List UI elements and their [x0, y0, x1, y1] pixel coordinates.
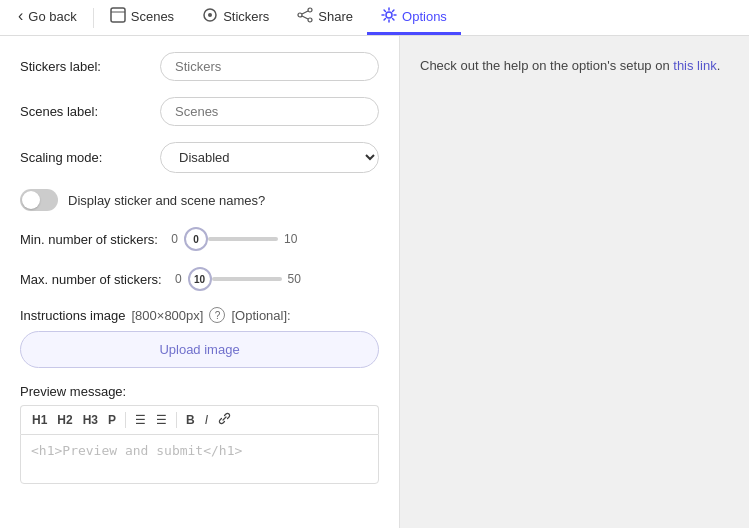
max-stickers-label: Max. number of stickers: [20, 272, 162, 287]
tab-options[interactable]: Options [367, 0, 461, 35]
svg-line-7 [302, 11, 308, 14]
svg-point-5 [308, 8, 312, 12]
toolbar-h2[interactable]: H2 [54, 411, 75, 429]
toolbar-italic[interactable]: I [202, 411, 211, 429]
scaling-mode-row: Scaling mode: Disabled Fit Fill Stretch [20, 142, 379, 173]
left-panel: Stickers label: Scenes label: Scaling mo… [0, 36, 400, 528]
min-stickers-min: 0 [166, 232, 178, 246]
help-text: Check out the help on the option's setup… [420, 56, 729, 76]
scenes-field-label: Scenes label: [20, 104, 160, 119]
preview-message-label: Preview message: [20, 384, 379, 399]
upload-image-button[interactable]: Upload image [20, 331, 379, 368]
tab-stickers[interactable]: Stickers [188, 0, 283, 35]
help-icon-text: ? [215, 310, 221, 321]
max-stickers-track[interactable] [212, 277, 282, 281]
instructions-size: [800×800px] [132, 308, 204, 323]
help-icon[interactable]: ? [209, 307, 225, 323]
preview-editor[interactable]: <h1>Preview and submit</h1> [20, 434, 379, 484]
scaling-select[interactable]: Disabled Fit Fill Stretch [160, 142, 379, 173]
options-label: Options [402, 9, 447, 24]
toolbar-h1[interactable]: H1 [29, 411, 50, 429]
top-navigation: ‹ Go back Scenes Stickers [0, 0, 749, 36]
svg-rect-0 [111, 8, 125, 22]
toolbar-p[interactable]: P [105, 411, 119, 429]
help-text-suffix: . [717, 58, 721, 73]
min-stickers-label: Min. number of stickers: [20, 232, 158, 247]
toolbar-h3[interactable]: H3 [80, 411, 101, 429]
min-stickers-max: 10 [284, 232, 297, 246]
svg-point-6 [308, 18, 312, 22]
share-icon [297, 7, 313, 26]
tab-share[interactable]: Share [283, 0, 367, 35]
stickers-label: Stickers [223, 9, 269, 24]
tab-scenes[interactable]: Scenes [96, 0, 188, 35]
help-link[interactable]: this link [673, 58, 716, 73]
go-back-label: Go back [28, 9, 76, 24]
go-back-button[interactable]: ‹ Go back [4, 0, 91, 35]
editor-placeholder: <h1>Preview and submit</h1> [31, 443, 242, 458]
max-stickers-row: Max. number of stickers: 0 10 50 [20, 267, 379, 291]
toggle-label: Display sticker and scene names? [68, 193, 265, 208]
scenes-input[interactable] [160, 97, 379, 126]
max-stickers-max: 50 [288, 272, 301, 286]
editor-toolbar: H1 H2 H3 P ☰ ☰ B I [20, 405, 379, 434]
share-label: Share [318, 9, 353, 24]
toolbar-sep-2 [176, 412, 177, 428]
svg-point-4 [298, 13, 302, 17]
optional-label: [Optional]: [231, 308, 290, 323]
stickers-label-row: Stickers label: [20, 52, 379, 81]
max-stickers-thumb[interactable]: 10 [188, 267, 212, 291]
min-stickers-track[interactable] [208, 237, 278, 241]
toolbar-link[interactable] [215, 410, 234, 430]
scenes-icon [110, 7, 126, 26]
display-names-toggle[interactable] [20, 189, 58, 211]
toolbar-unordered-list[interactable]: ☰ [132, 411, 149, 429]
toggle-row: Display sticker and scene names? [20, 189, 379, 211]
stickers-icon [202, 7, 218, 26]
stickers-input[interactable] [160, 52, 379, 81]
instructions-row: Instructions image [800×800px] ? [Option… [20, 307, 379, 323]
svg-line-8 [302, 16, 308, 19]
svg-point-9 [386, 12, 392, 18]
instructions-label: Instructions image [20, 308, 126, 323]
right-panel: Check out the help on the option's setup… [400, 36, 749, 528]
min-stickers-row: Min. number of stickers: 0 0 10 [20, 227, 379, 251]
scenes-label-row: Scenes label: [20, 97, 379, 126]
max-stickers-min: 0 [170, 272, 182, 286]
svg-point-3 [208, 13, 212, 17]
scenes-label: Scenes [131, 9, 174, 24]
min-stickers-slider-container: 0 [184, 227, 278, 251]
main-layout: Stickers label: Scenes label: Scaling mo… [0, 36, 749, 528]
toolbar-bold[interactable]: B [183, 411, 198, 429]
options-icon [381, 7, 397, 26]
toolbar-sep-1 [125, 412, 126, 428]
back-icon: ‹ [18, 7, 23, 25]
scaling-field-label: Scaling mode: [20, 150, 160, 165]
min-stickers-thumb[interactable]: 0 [184, 227, 208, 251]
max-stickers-slider-container: 10 [188, 267, 282, 291]
stickers-field-label: Stickers label: [20, 59, 160, 74]
toolbar-ordered-list[interactable]: ☰ [153, 411, 170, 429]
help-text-prefix: Check out the help on the option's setup… [420, 58, 673, 73]
